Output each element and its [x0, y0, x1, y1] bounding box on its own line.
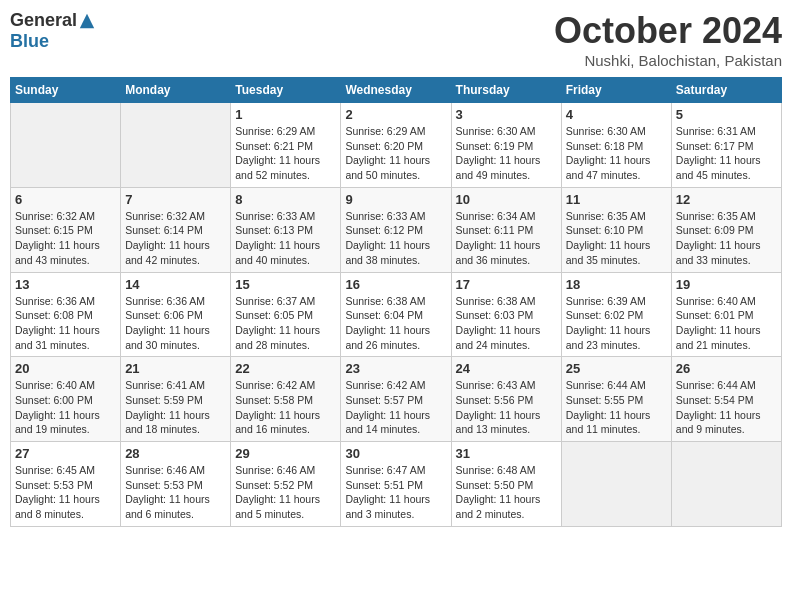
calendar-cell: 22Sunrise: 6:42 AM Sunset: 5:58 PM Dayli… — [231, 357, 341, 442]
day-info: Sunrise: 6:37 AM Sunset: 6:05 PM Dayligh… — [235, 294, 336, 353]
day-number: 14 — [125, 277, 226, 292]
calendar-cell: 11Sunrise: 6:35 AM Sunset: 6:10 PM Dayli… — [561, 187, 671, 272]
day-number: 3 — [456, 107, 557, 122]
calendar-cell: 6Sunrise: 6:32 AM Sunset: 6:15 PM Daylig… — [11, 187, 121, 272]
calendar-cell: 3Sunrise: 6:30 AM Sunset: 6:19 PM Daylig… — [451, 103, 561, 188]
logo: General Blue — [10, 10, 96, 52]
day-info: Sunrise: 6:32 AM Sunset: 6:15 PM Dayligh… — [15, 209, 116, 268]
day-number: 26 — [676, 361, 777, 376]
day-info: Sunrise: 6:32 AM Sunset: 6:14 PM Dayligh… — [125, 209, 226, 268]
calendar-week-5: 27Sunrise: 6:45 AM Sunset: 5:53 PM Dayli… — [11, 442, 782, 527]
calendar-cell: 30Sunrise: 6:47 AM Sunset: 5:51 PM Dayli… — [341, 442, 451, 527]
day-info: Sunrise: 6:29 AM Sunset: 6:21 PM Dayligh… — [235, 124, 336, 183]
calendar-cell: 24Sunrise: 6:43 AM Sunset: 5:56 PM Dayli… — [451, 357, 561, 442]
day-info: Sunrise: 6:44 AM Sunset: 5:55 PM Dayligh… — [566, 378, 667, 437]
day-info: Sunrise: 6:40 AM Sunset: 6:01 PM Dayligh… — [676, 294, 777, 353]
calendar-cell: 19Sunrise: 6:40 AM Sunset: 6:01 PM Dayli… — [671, 272, 781, 357]
day-number: 5 — [676, 107, 777, 122]
day-number: 22 — [235, 361, 336, 376]
day-number: 1 — [235, 107, 336, 122]
calendar-cell: 8Sunrise: 6:33 AM Sunset: 6:13 PM Daylig… — [231, 187, 341, 272]
calendar-cell: 27Sunrise: 6:45 AM Sunset: 5:53 PM Dayli… — [11, 442, 121, 527]
day-number: 21 — [125, 361, 226, 376]
day-info: Sunrise: 6:44 AM Sunset: 5:54 PM Dayligh… — [676, 378, 777, 437]
day-number: 23 — [345, 361, 446, 376]
calendar-cell: 23Sunrise: 6:42 AM Sunset: 5:57 PM Dayli… — [341, 357, 451, 442]
calendar-week-4: 20Sunrise: 6:40 AM Sunset: 6:00 PM Dayli… — [11, 357, 782, 442]
location: Nushki, Balochistan, Pakistan — [554, 52, 782, 69]
day-info: Sunrise: 6:36 AM Sunset: 6:08 PM Dayligh… — [15, 294, 116, 353]
day-number: 31 — [456, 446, 557, 461]
day-number: 4 — [566, 107, 667, 122]
calendar-cell: 15Sunrise: 6:37 AM Sunset: 6:05 PM Dayli… — [231, 272, 341, 357]
header-saturday: Saturday — [671, 78, 781, 103]
calendar-cell — [671, 442, 781, 527]
day-info: Sunrise: 6:48 AM Sunset: 5:50 PM Dayligh… — [456, 463, 557, 522]
day-number: 6 — [15, 192, 116, 207]
day-info: Sunrise: 6:46 AM Sunset: 5:53 PM Dayligh… — [125, 463, 226, 522]
calendar-cell: 7Sunrise: 6:32 AM Sunset: 6:14 PM Daylig… — [121, 187, 231, 272]
day-number: 8 — [235, 192, 336, 207]
day-number: 29 — [235, 446, 336, 461]
day-number: 15 — [235, 277, 336, 292]
logo-blue: Blue — [10, 31, 49, 51]
day-info: Sunrise: 6:42 AM Sunset: 5:58 PM Dayligh… — [235, 378, 336, 437]
day-info: Sunrise: 6:33 AM Sunset: 6:13 PM Dayligh… — [235, 209, 336, 268]
day-info: Sunrise: 6:36 AM Sunset: 6:06 PM Dayligh… — [125, 294, 226, 353]
day-number: 12 — [676, 192, 777, 207]
day-number: 25 — [566, 361, 667, 376]
title-block: October 2024 Nushki, Balochistan, Pakist… — [554, 10, 782, 69]
calendar-cell: 21Sunrise: 6:41 AM Sunset: 5:59 PM Dayli… — [121, 357, 231, 442]
page-header: General Blue October 2024 Nushki, Baloch… — [10, 10, 782, 69]
day-info: Sunrise: 6:38 AM Sunset: 6:03 PM Dayligh… — [456, 294, 557, 353]
day-number: 17 — [456, 277, 557, 292]
header-friday: Friday — [561, 78, 671, 103]
header-tuesday: Tuesday — [231, 78, 341, 103]
day-number: 2 — [345, 107, 446, 122]
day-info: Sunrise: 6:39 AM Sunset: 6:02 PM Dayligh… — [566, 294, 667, 353]
month-title: October 2024 — [554, 10, 782, 52]
day-number: 10 — [456, 192, 557, 207]
calendar-cell: 31Sunrise: 6:48 AM Sunset: 5:50 PM Dayli… — [451, 442, 561, 527]
day-number: 16 — [345, 277, 446, 292]
calendar-table: SundayMondayTuesdayWednesdayThursdayFrid… — [10, 77, 782, 527]
day-number: 28 — [125, 446, 226, 461]
calendar-cell: 17Sunrise: 6:38 AM Sunset: 6:03 PM Dayli… — [451, 272, 561, 357]
calendar-cell: 18Sunrise: 6:39 AM Sunset: 6:02 PM Dayli… — [561, 272, 671, 357]
day-info: Sunrise: 6:41 AM Sunset: 5:59 PM Dayligh… — [125, 378, 226, 437]
calendar-week-2: 6Sunrise: 6:32 AM Sunset: 6:15 PM Daylig… — [11, 187, 782, 272]
day-info: Sunrise: 6:30 AM Sunset: 6:19 PM Dayligh… — [456, 124, 557, 183]
calendar-cell: 12Sunrise: 6:35 AM Sunset: 6:09 PM Dayli… — [671, 187, 781, 272]
header-thursday: Thursday — [451, 78, 561, 103]
header-monday: Monday — [121, 78, 231, 103]
day-number: 30 — [345, 446, 446, 461]
day-info: Sunrise: 6:29 AM Sunset: 6:20 PM Dayligh… — [345, 124, 446, 183]
day-info: Sunrise: 6:34 AM Sunset: 6:11 PM Dayligh… — [456, 209, 557, 268]
calendar-week-3: 13Sunrise: 6:36 AM Sunset: 6:08 PM Dayli… — [11, 272, 782, 357]
calendar-cell — [11, 103, 121, 188]
day-info: Sunrise: 6:47 AM Sunset: 5:51 PM Dayligh… — [345, 463, 446, 522]
day-number: 13 — [15, 277, 116, 292]
day-info: Sunrise: 6:30 AM Sunset: 6:18 PM Dayligh… — [566, 124, 667, 183]
day-info: Sunrise: 6:40 AM Sunset: 6:00 PM Dayligh… — [15, 378, 116, 437]
calendar-cell: 13Sunrise: 6:36 AM Sunset: 6:08 PM Dayli… — [11, 272, 121, 357]
svg-marker-0 — [80, 13, 94, 27]
calendar-cell: 4Sunrise: 6:30 AM Sunset: 6:18 PM Daylig… — [561, 103, 671, 188]
header-wednesday: Wednesday — [341, 78, 451, 103]
day-info: Sunrise: 6:35 AM Sunset: 6:09 PM Dayligh… — [676, 209, 777, 268]
calendar-cell: 16Sunrise: 6:38 AM Sunset: 6:04 PM Dayli… — [341, 272, 451, 357]
day-info: Sunrise: 6:31 AM Sunset: 6:17 PM Dayligh… — [676, 124, 777, 183]
logo-general: General — [10, 10, 77, 31]
day-number: 9 — [345, 192, 446, 207]
day-info: Sunrise: 6:45 AM Sunset: 5:53 PM Dayligh… — [15, 463, 116, 522]
day-info: Sunrise: 6:33 AM Sunset: 6:12 PM Dayligh… — [345, 209, 446, 268]
calendar-header-row: SundayMondayTuesdayWednesdayThursdayFrid… — [11, 78, 782, 103]
header-sunday: Sunday — [11, 78, 121, 103]
day-info: Sunrise: 6:35 AM Sunset: 6:10 PM Dayligh… — [566, 209, 667, 268]
calendar-cell: 14Sunrise: 6:36 AM Sunset: 6:06 PM Dayli… — [121, 272, 231, 357]
logo-icon — [78, 12, 96, 30]
calendar-week-1: 1Sunrise: 6:29 AM Sunset: 6:21 PM Daylig… — [11, 103, 782, 188]
calendar-cell: 2Sunrise: 6:29 AM Sunset: 6:20 PM Daylig… — [341, 103, 451, 188]
day-number: 18 — [566, 277, 667, 292]
day-number: 11 — [566, 192, 667, 207]
